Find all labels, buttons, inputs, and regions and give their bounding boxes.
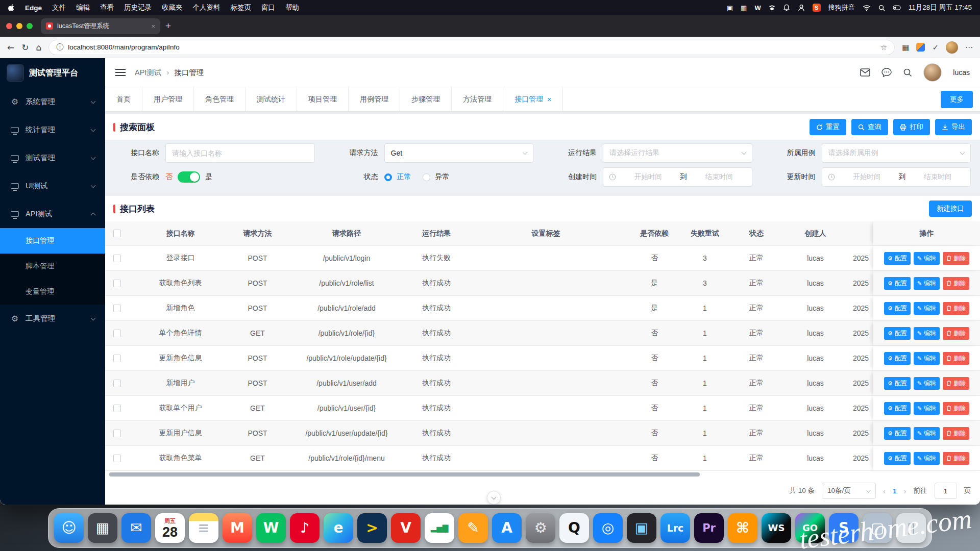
tab-role-mgmt[interactable]: 角色管理 — [194, 87, 246, 111]
wechat[interactable]: W — [256, 513, 286, 543]
notes[interactable]: ≡ — [189, 513, 218, 543]
finder[interactable]: ☺ — [54, 513, 84, 543]
webstorm[interactable]: WS — [762, 513, 791, 543]
tab-step-mgmt[interactable]: 步骤管理 — [400, 87, 452, 111]
goland[interactable]: GO — [795, 513, 825, 543]
row-checkbox[interactable] — [113, 255, 121, 262]
user-avatar[interactable] — [923, 63, 942, 82]
status-normal-radio[interactable] — [384, 173, 392, 181]
tab-close-icon[interactable]: × — [547, 95, 551, 104]
paw-icon[interactable] — [769, 5, 775, 11]
status-abnormal-radio[interactable] — [423, 173, 430, 181]
delete-button[interactable]: 删除 — [943, 377, 969, 390]
config-button[interactable]: ⚙配置 — [884, 302, 911, 315]
next-page-button[interactable]: › — [904, 487, 906, 495]
edit-button[interactable]: ✎编辑 — [914, 402, 940, 415]
sidebar-item-tools-mgmt[interactable]: 工具管理 — [0, 305, 105, 333]
menu-view[interactable]: 查看 — [100, 3, 114, 12]
menu-window[interactable]: 窗口 — [261, 3, 275, 12]
edit-button[interactable]: ✎编辑 — [914, 277, 940, 290]
edit-button[interactable]: ✎编辑 — [914, 427, 940, 440]
address-bar[interactable]: ⓘ localhost:8080/main/program/apiInfo ☆ — [48, 40, 895, 55]
menu-help[interactable]: 帮助 — [285, 3, 299, 12]
sidebar-item-system-mgmt[interactable]: 系统管理 — [0, 88, 105, 116]
row-checkbox[interactable] — [113, 280, 121, 287]
dark-media-app[interactable]: ▣ — [627, 513, 656, 543]
sidebar-item-api-test[interactable]: API测试 — [0, 200, 105, 228]
config-button[interactable]: ⚙配置 — [884, 402, 911, 415]
system-settings[interactable]: ⚙ — [526, 513, 555, 543]
delete-button[interactable]: 删除 — [943, 352, 969, 365]
tab-test-stats[interactable]: 测试统计 — [246, 87, 297, 111]
query-button[interactable]: 查询 — [851, 119, 888, 135]
config-button[interactable]: ⚙配置 — [884, 327, 911, 340]
pencil-app[interactable]: ✎ — [458, 513, 488, 543]
user-status-icon[interactable] — [798, 4, 805, 11]
back-button[interactable]: ← — [7, 42, 14, 53]
cloud-drive[interactable]: S — [829, 513, 859, 543]
run-result-select[interactable]: 请选择运行结果 — [603, 143, 752, 163]
goto-page-input[interactable] — [935, 483, 957, 499]
launchpad[interactable]: ▦ — [88, 513, 117, 543]
browser-profile-avatar[interactable] — [946, 41, 958, 54]
edit-button[interactable]: ✎编辑 — [914, 352, 940, 365]
row-checkbox[interactable] — [113, 305, 121, 312]
tab-home[interactable]: 首页 — [105, 87, 142, 111]
more-tabs-button[interactable]: 更多 — [941, 91, 973, 108]
menu-favorites[interactable]: 收藏夹 — [162, 3, 183, 12]
tab-api-mgmt[interactable]: 接口管理× — [503, 87, 563, 111]
wikipedia-icon[interactable]: W — [754, 4, 761, 12]
site-info-icon[interactable]: ⓘ — [56, 43, 63, 52]
row-checkbox[interactable] — [113, 380, 121, 387]
delete-button[interactable]: 删除 — [943, 327, 969, 340]
ime-label[interactable]: 搜狗拼音 — [828, 3, 855, 12]
menu-tabs[interactable]: 标签页 — [231, 3, 252, 12]
sogou-ime-icon[interactable]: S — [813, 4, 821, 12]
create-time-range[interactable]: 开始时间 到 结束时间 — [603, 167, 752, 187]
delete-button[interactable]: 删除 — [943, 252, 969, 265]
menu-edit[interactable]: 编辑 — [76, 3, 90, 12]
menu-file[interactable]: 文件 — [52, 3, 66, 12]
netease-music[interactable]: ♪ — [290, 513, 320, 543]
tab-project-mgmt[interactable]: 项目管理 — [297, 87, 349, 111]
api-name-input[interactable] — [165, 143, 315, 163]
new-tab-button[interactable]: + — [165, 20, 171, 32]
calendar[interactable]: 周五 28 — [155, 513, 185, 543]
mail-icon[interactable] — [860, 68, 870, 77]
print-button[interactable]: 打印 — [893, 119, 930, 135]
tab-user-mgmt[interactable]: 用户管理 — [142, 87, 194, 111]
page-size-select[interactable]: 10条/页 — [822, 483, 876, 499]
premiere[interactable]: Pr — [694, 513, 724, 543]
export-button[interactable]: 导出 — [935, 119, 972, 135]
menu-profiles[interactable]: 个人资料 — [193, 3, 220, 12]
edit-button[interactable]: ✎编辑 — [914, 327, 940, 340]
meeting-app-icon[interactable]: ▣ — [727, 4, 733, 12]
music-m[interactable]: M — [223, 513, 252, 543]
prev-page-button[interactable]: ‹ — [883, 487, 886, 495]
method-select[interactable]: Get — [384, 143, 534, 163]
breadcrumb-parent[interactable]: API测试 — [135, 68, 161, 78]
tab-close-icon[interactable]: × — [151, 22, 155, 30]
delete-button[interactable]: 删除 — [943, 402, 969, 415]
depend-toggle[interactable] — [178, 171, 200, 183]
delete-button[interactable]: 删除 — [943, 302, 969, 315]
config-button[interactable]: ⚙配置 — [884, 277, 911, 290]
zoom-window-button[interactable] — [27, 23, 33, 29]
edit-button[interactable]: ✎编辑 — [914, 452, 940, 465]
menu-history[interactable]: 历史记录 — [124, 3, 152, 12]
delete-button[interactable]: 删除 — [943, 427, 969, 440]
config-button[interactable]: ⚙配置 — [884, 352, 911, 365]
config-button[interactable]: ⚙配置 — [884, 427, 911, 440]
blue-circle-app[interactable]: ◎ — [593, 513, 623, 543]
row-checkbox[interactable] — [113, 355, 121, 362]
config-button[interactable]: ⚙配置 — [884, 452, 911, 465]
control-center-icon[interactable] — [893, 5, 901, 10]
close-window-button[interactable] — [6, 23, 12, 29]
spotlight-search-icon[interactable] — [878, 5, 885, 11]
sidebar-item-stats-mgmt[interactable]: 统计管理 — [0, 116, 105, 144]
username[interactable]: lucas — [953, 68, 970, 77]
sidebar-subitem-script-mgmt[interactable]: 脚本管理 — [0, 254, 105, 279]
menubar-app-name[interactable]: Edge — [25, 4, 42, 12]
display-app[interactable]: ▢ — [863, 513, 892, 543]
row-checkbox[interactable] — [113, 405, 121, 412]
